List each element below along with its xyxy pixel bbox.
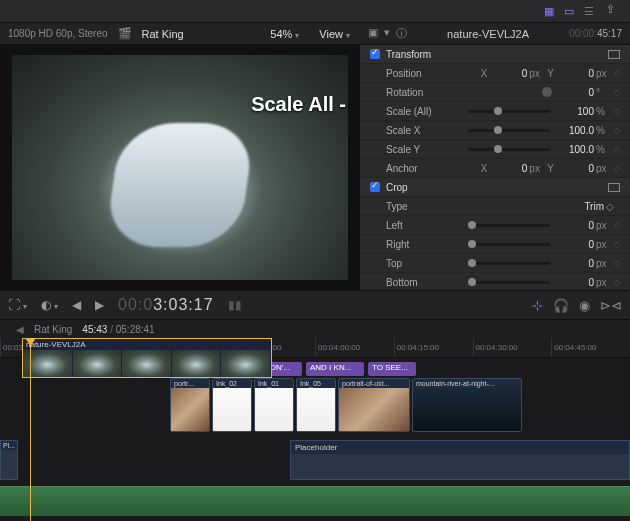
timeline-icon[interactable]: ▭ (560, 3, 578, 19)
share-icon[interactable]: ⇪ (606, 3, 624, 19)
crop-left-slider[interactable] (468, 224, 550, 227)
crop-type-row: Type Trim◇ (360, 197, 630, 216)
info-inspector-icon[interactable]: ⓘ (396, 26, 407, 41)
scale-y-slider[interactable] (468, 148, 550, 151)
rotation-row: Rotation 0° ◇ (360, 83, 630, 102)
connected-clip[interactable]: Ink_01 (254, 378, 294, 432)
connected-clip[interactable]: portr... (170, 378, 210, 432)
crop-top-row: Top 0px◇ (360, 254, 630, 273)
crop-bottom-slider[interactable] (468, 281, 550, 284)
clip-name: nature-VEVLJ2A (407, 28, 569, 40)
browser-icon[interactable]: ▦ (540, 3, 558, 19)
position-x-value[interactable]: 0 (491, 68, 527, 79)
position-y-value[interactable]: 0 (558, 68, 594, 79)
connected-clip[interactable]: mountain-river-at-night-... (412, 378, 522, 432)
position-row: Position X0px Y0px ◇ (360, 64, 630, 83)
connected-clips-track[interactable]: portr...Ink_02Ink_01Ink_05portrait-of-ol… (0, 378, 630, 432)
timecode-display[interactable]: 00:03:03:17 (118, 296, 214, 314)
crop-tool-button[interactable]: ⛶ (8, 298, 27, 312)
role-tag[interactable]: AND I KN... (306, 362, 364, 376)
format-label: 1080p HD 60p, Stereo (8, 28, 108, 39)
enhance-tool-button[interactable]: ◐ (41, 298, 58, 312)
scale-all-slider[interactable] (468, 110, 550, 113)
play-button[interactable]: ▶ (95, 298, 104, 312)
crop-checkbox[interactable] (370, 182, 380, 192)
crop-top-slider[interactable] (468, 262, 550, 265)
viewer-image (12, 55, 348, 280)
main-area: Scale All - Transform Position X0px Y0px… (0, 45, 630, 290)
crop-type-value[interactable]: Trim (568, 201, 604, 212)
next-frame-button[interactable]: ▮▮ (228, 298, 242, 312)
anchor-x-value[interactable]: 0 (491, 163, 527, 174)
anchor-row: Anchor X0px Y0px ◇ (360, 159, 630, 178)
ruler-tick[interactable]: 00:04:30:00 (473, 338, 552, 357)
video-inspector-icon[interactable]: ▣ (368, 26, 378, 41)
crop-reset-icon[interactable] (608, 183, 620, 192)
viewer[interactable]: Scale All - (0, 45, 360, 290)
crop-right-slider[interactable] (468, 243, 550, 246)
ruler-tick[interactable]: 00:04:15:00 (394, 338, 473, 357)
playhead[interactable] (30, 338, 31, 521)
rotation-dial[interactable] (542, 87, 552, 97)
scale-y-row: Scale Y 100.0% ◇ (360, 140, 630, 159)
crop-left-row: Left 0px◇ (360, 216, 630, 235)
transform-section[interactable]: Transform (360, 45, 630, 64)
transform-reset-icon[interactable] (608, 50, 620, 59)
crop-section[interactable]: Crop (360, 178, 630, 197)
scale-x-value[interactable]: 100.0 (558, 125, 594, 136)
inspector-panel: Transform Position X0px Y0px ◇ Rotation … (360, 45, 630, 290)
transport-bar: ⛶ ◐ ◀ ▶ 00:03:03:17 ▮▮ ⊹ 🎧 ◉ ⊳⊲ (0, 290, 630, 320)
view-dropdown[interactable]: View (319, 28, 350, 40)
audio-skim-icon[interactable]: 🎧 (553, 298, 569, 313)
zoom-dropdown[interactable]: 54% (270, 28, 299, 40)
scale-y-value[interactable]: 100.0 (558, 144, 594, 155)
transform-checkbox[interactable] (370, 49, 380, 59)
ruler-tick[interactable]: 00:04:45:00 (551, 338, 630, 357)
project-name: Rat King (142, 28, 184, 40)
connected-clip[interactable]: portrait-of-old... (338, 378, 410, 432)
ruler-tick[interactable]: 00:04:00:00 (315, 338, 394, 357)
toolbar-mode-buttons: ▦ ▭ ☰ (540, 3, 598, 19)
anchor-y-value[interactable]: 0 (558, 163, 594, 174)
prev-frame-button[interactable]: ◀ (72, 298, 81, 312)
role-tag[interactable]: TO SEE... (368, 362, 416, 376)
timeline-info: ◀ Rat King 45:43 / 05:28:41 (0, 320, 630, 338)
solo-icon[interactable]: ◉ (579, 298, 590, 313)
audio-track[interactable] (0, 486, 630, 516)
connected-clip[interactable]: Ink_02 (212, 378, 252, 432)
clip-duration: 00:00:45:17 (569, 28, 622, 39)
timeline[interactable]: 00:03:00:0000:03:15:0000:03:30:0000:03:4… (0, 338, 630, 521)
crop-bottom-row: Bottom 0px◇ (360, 273, 630, 290)
snap-icon[interactable]: ⊳⊲ (600, 298, 622, 313)
rotation-value[interactable]: 0 (558, 87, 594, 98)
placeholder-clip[interactable]: Placeholder (290, 440, 630, 480)
clapper-icon[interactable]: 🎬 (118, 27, 132, 40)
scale-all-row: Scale (All) 100% ◇ (360, 102, 630, 121)
connected-clip[interactable]: Ink_05 (296, 378, 336, 432)
color-inspector-icon[interactable]: ▾ (384, 26, 390, 41)
primary-clip[interactable]: nature-VEVLJ2A (22, 338, 272, 378)
viewer-overlay-text: Scale All - (251, 93, 346, 116)
left-clip[interactable]: Pl... (0, 440, 18, 480)
scale-x-slider[interactable] (468, 129, 550, 132)
inspector-icon[interactable]: ☰ (580, 3, 598, 19)
back-icon[interactable]: ◀ (16, 324, 24, 335)
app-toolbar: ▦ ▭ ☰ ⇪ (0, 0, 630, 23)
crop-right-row: Right 0px◇ (360, 235, 630, 254)
scale-all-value[interactable]: 100 (558, 106, 594, 117)
skimming-icon[interactable]: ⊹ (532, 298, 543, 313)
viewer-header: 1080p HD 60p, Stereo 🎬 Rat King 54% View… (0, 23, 630, 45)
scale-x-row: Scale X 100.0% ◇ (360, 121, 630, 140)
